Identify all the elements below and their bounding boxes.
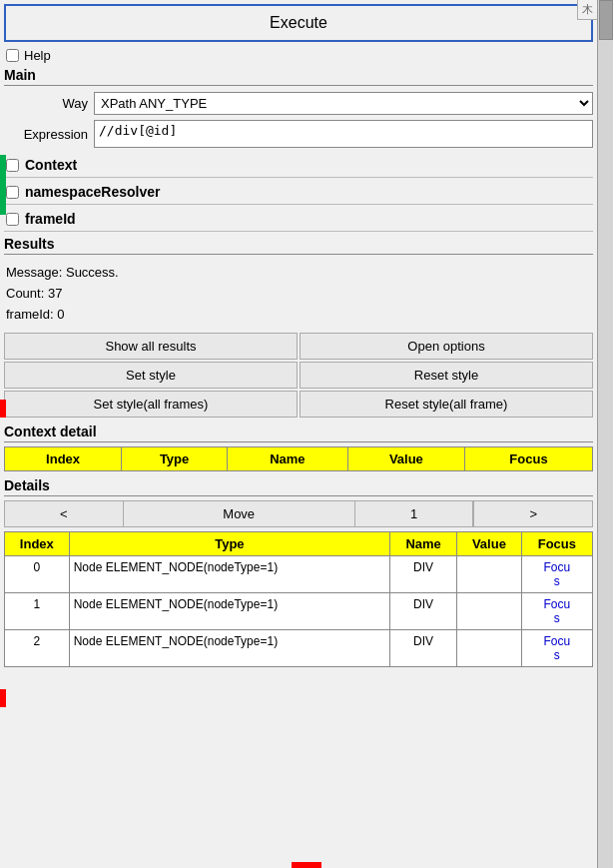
action-buttons: Show all results Open options Set style … [4, 333, 593, 418]
result-count: Count: 37 [6, 284, 591, 305]
nav-page-number: 1 [355, 501, 474, 526]
scrollbar-thumb[interactable] [599, 0, 613, 40]
results-section-header: Results [4, 236, 593, 255]
left-accent-red-1 [0, 400, 6, 418]
help-checkbox[interactable] [6, 49, 19, 62]
help-row: Help [4, 48, 593, 63]
context-col-name: Name [227, 447, 347, 471]
context-checkbox[interactable] [6, 159, 19, 172]
nav-row: < Move 1 > [4, 500, 593, 527]
detail-cell-focus[interactable]: Focus [521, 593, 592, 630]
detail-cell-type: Node ELEMENT_NODE(nodeType=1) [69, 593, 389, 630]
details-section-header: Details [4, 477, 593, 496]
nav-label: Move [124, 501, 355, 526]
scrollbar[interactable] [597, 0, 613, 868]
corner-mark: 木 [577, 0, 597, 20]
detail-cell-name: DIV [390, 593, 457, 630]
reset-style-button[interactable]: Reset style [300, 362, 593, 389]
detail-col-focus: Focus [521, 532, 592, 556]
context-detail-header: Context detail [4, 424, 593, 442]
show-all-results-button[interactable]: Show all results [4, 333, 298, 360]
detail-col-index: Index [5, 532, 70, 556]
frame-id-checkbox[interactable] [6, 213, 19, 226]
context-label: Context [25, 157, 77, 173]
detail-cell-name: DIV [390, 630, 457, 667]
table-row: 2Node ELEMENT_NODE(nodeType=1)DIVFocus [5, 630, 593, 667]
detail-cell-value [457, 593, 522, 630]
context-detail-table: Index Type Name Value Focus [4, 446, 593, 471]
nav-next-button[interactable]: > [473, 501, 592, 526]
context-col-value: Value [347, 447, 464, 471]
nav-prev-button[interactable]: < [5, 501, 124, 526]
context-col-focus: Focus [464, 447, 592, 471]
detail-cell-index: 2 [5, 630, 70, 667]
way-select[interactable]: XPath ANY_TYPEXPath BOOLEANXPath NUMBERX… [94, 92, 593, 115]
detail-cell-index: 1 [5, 593, 70, 630]
detail-col-name: Name [390, 532, 457, 556]
detail-cell-name: DIV [390, 556, 457, 593]
help-label: Help [24, 48, 51, 63]
way-row: Way XPath ANY_TYPEXPath BOOLEANXPath NUM… [4, 92, 593, 115]
detail-cell-value [457, 556, 522, 593]
detail-cell-type: Node ELEMENT_NODE(nodeType=1) [69, 556, 389, 593]
set-style-all-frames-button[interactable]: Set style(all frames) [4, 391, 298, 418]
expression-row: Expression //div[@id] [4, 120, 593, 148]
execute-button[interactable]: Execute [4, 4, 593, 42]
detail-cell-focus[interactable]: Focus [521, 630, 592, 667]
table-row: 1Node ELEMENT_NODE(nodeType=1)DIVFocus [5, 593, 593, 630]
table-row: 0Node ELEMENT_NODE(nodeType=1)DIVFocus [5, 556, 593, 593]
expression-input[interactable]: //div[@id] [94, 120, 593, 148]
frame-id-label: frameId [25, 211, 76, 227]
namespace-resolver-row: namespaceResolver [4, 180, 593, 205]
main-section-header: Main [4, 67, 593, 86]
open-options-button[interactable]: Open options [300, 333, 593, 360]
expression-label: Expression [4, 127, 94, 142]
namespace-resolver-checkbox[interactable] [6, 186, 19, 199]
results-text: Message: Success. Count: 37 frameId: 0 [4, 261, 593, 327]
way-label: Way [4, 96, 94, 111]
context-col-index: Index [5, 447, 122, 471]
reset-style-all-frames-button[interactable]: Reset style(all frame) [300, 391, 593, 418]
left-accent-green [0, 155, 6, 215]
detail-col-type: Type [69, 532, 389, 556]
namespace-resolver-label: namespaceResolver [25, 184, 160, 200]
context-row: Context [4, 153, 593, 178]
left-accent-red-2 [0, 689, 6, 707]
result-frameid: frameId: 0 [6, 305, 591, 326]
details-table: Index Type Name Value Focus 0Node ELEMEN… [4, 531, 593, 667]
context-col-type: Type [122, 447, 228, 471]
detail-col-value: Value [457, 532, 522, 556]
detail-cell-value [457, 630, 522, 667]
detail-cell-index: 0 [5, 556, 70, 593]
frame-id-row: frameId [4, 207, 593, 232]
set-style-button[interactable]: Set style [4, 362, 298, 389]
red-bottom-indicator [292, 862, 321, 868]
result-message: Message: Success. [6, 263, 591, 284]
detail-cell-focus[interactable]: Focus [521, 556, 592, 593]
detail-cell-type: Node ELEMENT_NODE(nodeType=1) [69, 630, 389, 667]
